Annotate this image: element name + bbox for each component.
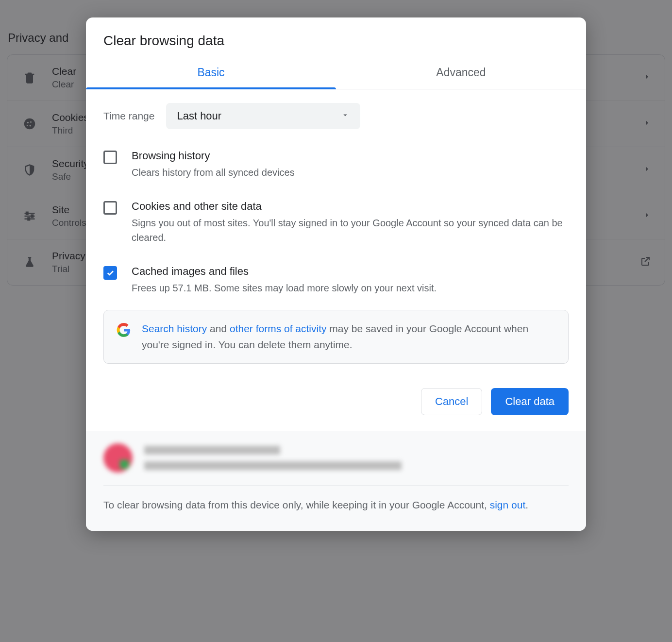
dialog-tabs: Basic Advanced <box>86 57 586 89</box>
option-cache: Cached images and files Frees up 57.1 MB… <box>103 257 569 308</box>
time-range-label: Time range <box>103 110 154 122</box>
option-subtitle: Clears history from all synced devices <box>132 165 295 180</box>
google-account-info-panel: Search history and other forms of activi… <box>103 310 569 364</box>
option-title: Cached images and files <box>132 265 437 278</box>
tab-advanced[interactable]: Advanced <box>336 57 586 89</box>
redacted-email <box>144 461 402 470</box>
redacted-name <box>144 446 280 455</box>
google-logo-icon <box>117 323 131 338</box>
checkbox-cache[interactable] <box>103 266 117 280</box>
option-subtitle: Signs you out of most sites. You'll stay… <box>132 216 569 245</box>
footer-text: To clear browsing data from this device … <box>103 497 569 513</box>
sign-out-link[interactable]: sign out <box>490 499 526 510</box>
option-browsing-history: Browsing history Clears history from all… <box>103 142 569 192</box>
option-title: Browsing history <box>132 150 295 162</box>
info-text: Search history and other forms of activi… <box>142 321 555 353</box>
clear-data-button[interactable]: Clear data <box>491 388 569 415</box>
chevron-down-icon <box>341 110 350 122</box>
option-subtitle: Frees up 57.1 MB. Some sites may load mo… <box>132 281 437 295</box>
option-cookies: Cookies and other site data Signs you ou… <box>103 192 569 257</box>
modal-overlay: Clear browsing data Basic Advanced Time … <box>0 0 672 642</box>
dialog-footer: To clear browsing data from this device … <box>86 431 586 531</box>
account-strip <box>103 443 569 486</box>
dialog-title: Clear browsing data <box>86 17 586 57</box>
checkbox-browsing-history[interactable] <box>103 151 117 164</box>
cancel-button[interactable]: Cancel <box>421 388 482 415</box>
search-history-link[interactable]: Search history <box>142 323 207 334</box>
other-activity-link[interactable]: other forms of activity <box>230 323 327 334</box>
checkbox-cookies[interactable] <box>103 201 117 215</box>
avatar <box>103 443 133 473</box>
option-title: Cookies and other site data <box>132 200 569 213</box>
time-range-select[interactable]: Last hour <box>166 103 360 129</box>
time-range-value: Last hour <box>177 110 221 122</box>
clear-browsing-data-dialog: Clear browsing data Basic Advanced Time … <box>86 17 586 531</box>
tab-basic[interactable]: Basic <box>86 57 336 89</box>
